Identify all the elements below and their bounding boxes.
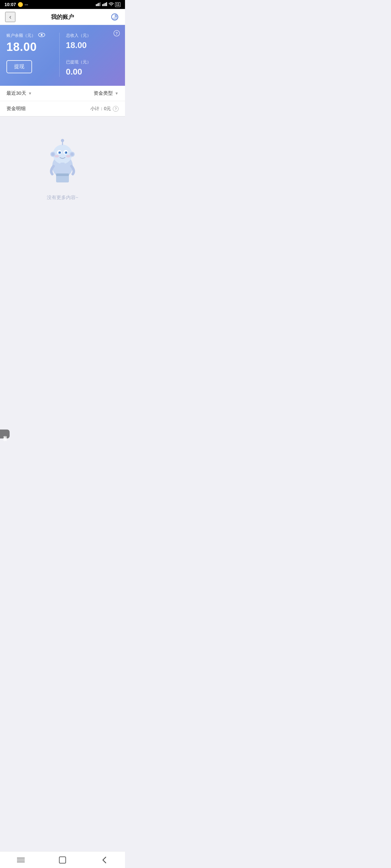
type-label: 资金类型: [93, 90, 113, 96]
svg-rect-29: [56, 174, 69, 176]
svg-point-19: [71, 153, 74, 156]
more-icon: ···: [25, 2, 28, 7]
page-title: 我的账户: [51, 13, 74, 21]
svg-rect-3: [100, 2, 101, 6]
subtotal-section: 小计：0元 ?: [90, 106, 119, 112]
income-label: 总收入（元）: [66, 33, 119, 38]
svg-rect-6: [105, 3, 106, 6]
svg-point-24: [59, 152, 61, 153]
svg-rect-30: [60, 163, 65, 166]
empty-text: 没有更多内容~: [47, 195, 79, 201]
withdrawn-label: 已提现（元）: [66, 59, 119, 65]
svg-rect-1: [97, 3, 98, 6]
banner-right: 总收入（元） 18.00 已提现（元） 0.00: [59, 33, 119, 77]
signal-icon: [96, 2, 101, 7]
battery-icon: 11: [115, 2, 120, 7]
withdrawn-amount: 0.00: [66, 67, 119, 77]
banner-grid: 账户余额（元） 18.00 提现 总收入（元） 18.00 已提现（元） 0.0…: [6, 33, 119, 77]
income-section: 总收入（元） 18.00: [66, 33, 119, 50]
svg-text:?: ?: [115, 31, 118, 36]
svg-point-27: [66, 155, 71, 157]
svg-point-26: [55, 155, 59, 157]
wifi-icon: [109, 2, 114, 7]
withdraw-button[interactable]: 提现: [6, 60, 32, 73]
empty-robot-illustration: [40, 136, 85, 187]
detail-header: 资金明细 小计：0元 ?: [0, 101, 125, 117]
banner-left: 账户余额（元） 18.00 提现: [6, 33, 59, 77]
withdrawn-section: 已提现（元） 0.00: [66, 59, 119, 77]
svg-point-13: [41, 34, 43, 36]
income-amount: 18.00: [66, 40, 119, 50]
signal2-icon: [102, 2, 107, 7]
svg-rect-4: [102, 4, 103, 6]
svg-rect-2: [99, 3, 99, 6]
header: ‹ 我的账户: [0, 9, 125, 25]
status-right: 11: [96, 2, 120, 7]
type-arrow-icon: ▼: [115, 91, 119, 96]
detail-title: 资金明细: [6, 105, 26, 112]
filter-row: 最近30天 ▼ 资金类型 ▼: [0, 86, 125, 101]
back-button[interactable]: ‹: [5, 12, 16, 22]
subtotal-help-icon[interactable]: ?: [113, 106, 119, 112]
empty-area: 没有更多内容~: [0, 117, 125, 283]
svg-point-25: [66, 152, 67, 153]
type-filter[interactable]: 资金类型 ▼: [93, 90, 119, 96]
help-icon[interactable]: ?: [113, 30, 120, 38]
svg-point-8: [111, 5, 112, 6]
eye-icon[interactable]: [38, 33, 45, 38]
period-label: 最近30天: [6, 90, 26, 96]
notification-icon: 🟡: [18, 2, 23, 7]
svg-rect-5: [104, 3, 105, 6]
balance-amount: 18.00: [6, 40, 59, 54]
status-bar: 10:07 🟡 ···: [0, 0, 125, 9]
svg-point-32: [61, 139, 64, 142]
account-banner: ? 账户余额（元） 18.00 提现 总收入（元） 18.00: [0, 25, 125, 86]
svg-rect-0: [96, 4, 97, 6]
svg-point-17: [51, 153, 55, 156]
balance-label: 账户余额（元）: [6, 33, 59, 38]
period-filter[interactable]: 最近30天 ▼: [6, 90, 32, 96]
svg-point-15: [53, 145, 72, 164]
svg-rect-7: [106, 2, 107, 6]
subtotal-label: 小计：0元: [90, 106, 111, 112]
period-arrow-icon: ▼: [28, 91, 32, 96]
status-left: 10:07 🟡 ···: [4, 2, 28, 7]
status-time: 10:07: [4, 2, 16, 7]
chart-icon[interactable]: [110, 12, 120, 22]
